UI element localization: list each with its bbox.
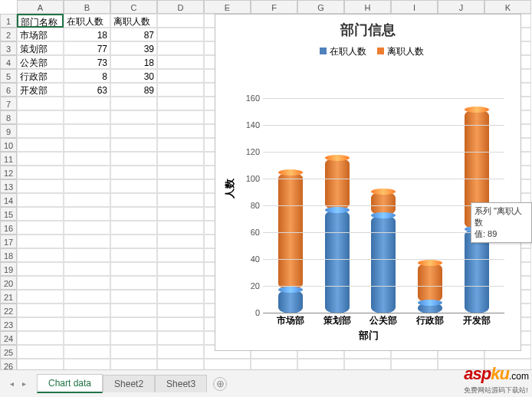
cell[interactable] [64,303,110,317]
col-header-G[interactable]: G [297,0,344,14]
cell[interactable] [64,138,110,152]
cell[interactable] [64,166,110,179]
bar-segment-on[interactable] [371,215,396,313]
cell[interactable] [64,331,110,345]
bar-segment-on[interactable] [325,210,350,313]
cell[interactable]: 开发部 [17,83,64,97]
cell[interactable] [157,262,204,276]
bar-column[interactable]: 市场部 [276,172,305,313]
cell[interactable] [17,124,64,138]
cell[interactable] [110,276,157,290]
tab-sheet3[interactable]: Sheet3 [155,375,207,392]
row-header-25[interactable]: 25 [0,345,17,359]
row-header-1[interactable]: 1 [0,14,17,28]
cell[interactable]: 公关部 [17,55,64,69]
cell[interactable] [17,110,64,124]
cell[interactable] [17,207,64,221]
cell[interactable] [64,221,110,235]
cell[interactable] [157,124,204,138]
row-header-20[interactable]: 20 [0,276,17,290]
cell[interactable] [17,235,64,248]
col-header-A[interactable]: A [17,0,64,14]
cell[interactable]: 策划部 [17,41,64,55]
cell[interactable] [157,193,204,207]
col-header-D[interactable]: D [157,0,204,14]
cell[interactable] [157,69,204,83]
tab-sheet2[interactable]: Sheet2 [103,375,155,392]
cell[interactable] [157,317,204,331]
row-header-15[interactable]: 15 [0,207,17,221]
cell[interactable] [157,276,204,290]
cell[interactable] [110,152,157,166]
row-header-10[interactable]: 10 [0,138,17,152]
bar-column[interactable]: 行政部 [415,263,445,314]
cell[interactable] [157,83,204,97]
cell[interactable] [64,179,110,193]
chart-container[interactable]: 部门信息 在职人数 离职人数 人数 市场部策划部公关部行政部开发部 020406… [215,14,521,351]
cell[interactable] [64,317,110,331]
row-header-13[interactable]: 13 [0,179,17,193]
bar-column[interactable]: 策划部 [323,158,352,313]
cell[interactable] [157,345,204,359]
cell[interactable] [17,138,64,152]
cell[interactable] [17,221,64,235]
col-header-I[interactable]: I [391,0,438,14]
row-header-21[interactable]: 21 [0,290,17,303]
cell[interactable] [157,221,204,235]
row-header-16[interactable]: 16 [0,221,17,235]
cell[interactable] [110,345,157,359]
col-header-K[interactable]: K [484,0,531,14]
cell[interactable] [110,317,157,331]
cell[interactable] [64,110,110,124]
cell[interactable] [157,110,204,124]
cell[interactable] [110,221,157,235]
cell[interactable] [110,207,157,221]
row-header-6[interactable]: 6 [0,83,17,97]
cell[interactable] [64,235,110,248]
cell[interactable] [110,166,157,179]
row-header-14[interactable]: 14 [0,193,17,207]
cell[interactable] [64,276,110,290]
cell[interactable] [17,179,64,193]
row-header-11[interactable]: 11 [0,152,17,166]
cell[interactable] [110,303,157,317]
bar-segment-off[interactable] [418,263,442,303]
row-header-5[interactable]: 5 [0,69,17,83]
row-header-9[interactable]: 9 [0,124,17,138]
cell[interactable] [17,193,64,207]
cell[interactable] [157,28,204,41]
row-header-23[interactable]: 23 [0,317,17,331]
cell[interactable]: 8 [64,69,110,83]
row-header-7[interactable]: 7 [0,97,17,110]
cell[interactable] [157,97,204,110]
cell[interactable] [110,235,157,248]
cell[interactable] [110,193,157,207]
row-header-3[interactable]: 3 [0,41,17,55]
row-header-24[interactable]: 24 [0,331,17,345]
cell[interactable] [64,345,110,359]
cell[interactable] [110,97,157,110]
cell[interactable]: 市场部 [17,28,64,41]
cell[interactable] [157,303,204,317]
row-header-4[interactable]: 4 [0,55,17,69]
cell[interactable] [110,124,157,138]
cell[interactable] [64,207,110,221]
cell[interactable]: 30 [110,69,157,83]
cell[interactable] [157,166,204,179]
cell[interactable]: 39 [110,41,157,55]
cell[interactable] [17,290,64,303]
cell[interactable]: 18 [110,55,157,69]
cell[interactable] [17,262,64,276]
cell[interactable] [157,331,204,345]
cell[interactable] [17,152,64,166]
nav-prev-icon[interactable]: ▸ [18,379,29,389]
cell[interactable]: 部门名称 [17,14,64,28]
cell[interactable] [110,248,157,262]
row-header-2[interactable]: 2 [0,28,17,41]
cell[interactable] [17,317,64,331]
add-sheet-icon[interactable]: ⊕ [213,377,227,391]
row-header-8[interactable]: 8 [0,110,17,124]
cell[interactable] [17,345,64,359]
cell[interactable]: 18 [64,28,110,41]
nav-first-icon[interactable]: ◂ [6,379,17,389]
